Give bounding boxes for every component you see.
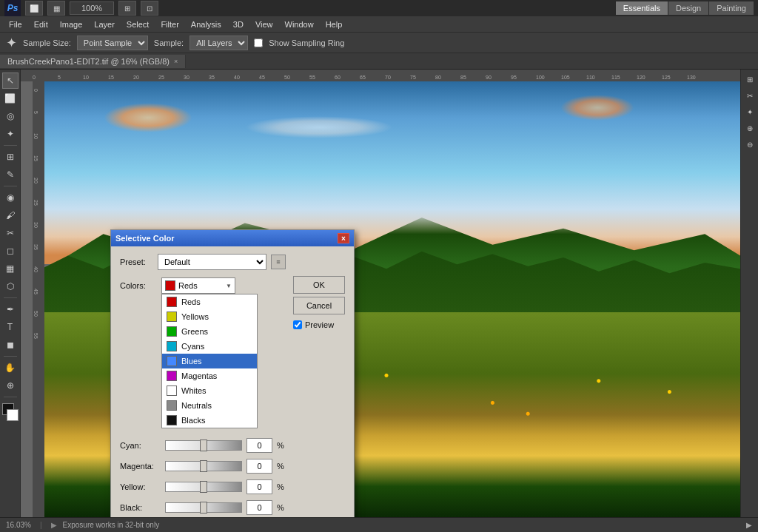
dropdown-item-cyans[interactable]: Cyans	[162, 339, 257, 354]
dialog-title-bar[interactable]: Selective Color ×	[111, 230, 354, 246]
menu-file[interactable]: File	[3, 18, 28, 30]
tool-magic-wand[interactable]: ✦	[2, 126, 19, 142]
colors-select-wrapper: Reds ▼ Reds	[161, 277, 235, 294]
tool-icon-1[interactable]: ⬜	[25, 1, 43, 16]
show-sampling-label: Show Sampling Ring	[269, 38, 344, 47]
cyan-slider-track[interactable]	[165, 440, 242, 451]
menu-layer[interactable]: Layer	[88, 18, 121, 30]
tool-icon-2[interactable]: ▦	[47, 1, 65, 16]
mode-essentials[interactable]: Essentials	[616, 1, 668, 15]
panel-btn-2[interactable]: ✂	[743, 89, 757, 102]
yellow-slider-thumb[interactable]	[200, 481, 207, 493]
dialog-close-btn[interactable]: ×	[338, 233, 349, 243]
tool-eyedropper[interactable]: ✎	[2, 166, 19, 183]
zoom-display: 100%	[70, 1, 114, 15]
black-value[interactable]: 0	[246, 500, 272, 515]
tool-text[interactable]: T	[2, 319, 19, 335]
ok-button[interactable]: OK	[293, 276, 345, 294]
sample-size-select[interactable]: Point Sample	[77, 36, 148, 50]
tool-hand[interactable]: ✋	[2, 360, 19, 376]
cyans-swatch	[167, 341, 177, 351]
tool-separator-4	[4, 356, 17, 357]
yellow-slider-track[interactable]	[165, 482, 242, 492]
dropdown-item-neutrals[interactable]: Neutrals	[162, 398, 257, 413]
right-panel: ⊞ ✂ ✦ ⊕ ⊖	[740, 70, 758, 517]
magenta-value[interactable]: 0	[246, 459, 272, 474]
menu-select[interactable]: Select	[121, 18, 155, 30]
menu-analysis[interactable]: Analysis	[185, 18, 227, 30]
colors-current-swatch	[165, 280, 175, 291]
dialog-content: Preset: Default ≡ Colors:	[120, 254, 345, 517]
dropdown-item-blacks[interactable]: Blacks	[162, 413, 257, 428]
magenta-slider-track[interactable]	[165, 461, 242, 471]
dropdown-item-blues[interactable]: Blues	[162, 354, 257, 368]
tool-healing[interactable]: ◉	[2, 189, 19, 206]
preview-checkbox[interactable]	[293, 320, 302, 329]
tool-separator-1	[4, 145, 17, 146]
panel-btn-5[interactable]: ⊖	[743, 138, 757, 151]
sample-select[interactable]: All Layers	[190, 36, 248, 50]
menu-image[interactable]: Image	[54, 18, 89, 30]
tab-bar: BrushCreekPano1-EDIT2.tif @ 16% (RGB/8) …	[0, 53, 758, 70]
cyan-slider-thumb[interactable]	[200, 440, 207, 451]
menu-help[interactable]: Help	[320, 18, 349, 30]
panel-btn-4[interactable]: ⊕	[743, 121, 757, 135]
tool-icon-4[interactable]: ⊡	[141, 1, 158, 16]
background-color[interactable]	[7, 409, 19, 421]
magenta-pct: %	[277, 462, 286, 471]
dropdown-item-reds[interactable]: Reds	[162, 294, 257, 309]
tool-crop[interactable]: ⊞	[2, 149, 19, 165]
menu-window[interactable]: Window	[279, 18, 320, 30]
tool-clone[interactable]: ✂	[2, 225, 19, 241]
magenta-slider-thumb[interactable]	[200, 460, 207, 472]
black-label: Black:	[120, 503, 161, 512]
menu-filter[interactable]: Filter	[155, 18, 184, 30]
scroll-right-btn[interactable]: ▶	[746, 521, 752, 529]
canvas-inner: 0 5 10 15 20 25 30 35 40 45 50 55	[33, 81, 740, 517]
panel-btn-1[interactable]: ⊞	[743, 73, 757, 86]
tool-gradient[interactable]: ▦	[2, 260, 19, 277]
color-swatches	[2, 403, 19, 421]
black-row: Black: 0 %	[120, 500, 286, 515]
tool-shape[interactable]: ◼	[2, 337, 19, 353]
black-slider-thumb[interactable]	[200, 502, 207, 514]
menu-edit[interactable]: Edit	[28, 18, 54, 30]
tool-zoom[interactable]: ⊕	[2, 377, 19, 394]
tool-separator-2	[4, 186, 17, 186]
document-tab[interactable]: BrushCreekPano1-EDIT2.tif @ 16% (RGB/8) …	[0, 55, 186, 68]
cancel-button[interactable]: Cancel	[293, 297, 345, 314]
show-sampling-checkbox[interactable]	[254, 38, 263, 47]
cyan-value[interactable]: 0	[246, 438, 272, 453]
mode-painting[interactable]: Painting	[709, 1, 754, 15]
panel-btn-3[interactable]: ✦	[743, 105, 757, 118]
tool-pen[interactable]: ✒	[2, 301, 19, 317]
triangle-icon[interactable]: ▶	[51, 521, 57, 529]
yellow-value[interactable]: 0	[246, 479, 272, 494]
menu-3d[interactable]: 3D	[227, 18, 249, 30]
colors-dropdown-btn[interactable]: Reds ▼	[161, 277, 235, 294]
tool-dodge[interactable]: ⬡	[2, 278, 19, 294]
dropdown-item-yellows[interactable]: Yellows	[162, 309, 257, 324]
eyedropper-tool-icon[interactable]: ✦	[6, 35, 17, 51]
dropdown-item-magentas[interactable]: Magentas	[162, 368, 257, 383]
magentas-swatch	[167, 371, 177, 381]
tool-marquee[interactable]: ⬜	[2, 90, 19, 107]
neutrals-label: Neutrals	[181, 401, 212, 410]
tool-eraser[interactable]: ◻	[2, 243, 19, 259]
black-slider-track[interactable]	[165, 502, 242, 513]
preset-select[interactable]: Default	[158, 254, 266, 270]
tool-move[interactable]: ↖	[2, 73, 19, 89]
dropdown-item-whites[interactable]: Whites	[162, 383, 257, 398]
blues-swatch	[167, 356, 177, 366]
dropdown-item-greens[interactable]: Greens	[162, 324, 257, 339]
menu-view[interactable]: View	[249, 18, 279, 30]
tab-close-btn[interactable]: ×	[174, 58, 178, 65]
tool-brush[interactable]: 🖌	[2, 207, 19, 223]
colors-current-text: Reds	[178, 281, 223, 290]
dialog-body: Preset: Default ≡ Colors:	[111, 246, 354, 517]
tool-lasso[interactable]: ◎	[2, 108, 19, 124]
preset-menu-icon[interactable]: ≡	[271, 255, 286, 269]
yellows-label: Yellows	[181, 312, 209, 321]
mode-design[interactable]: Design	[668, 1, 708, 15]
tool-icon-3[interactable]: ⊞	[118, 1, 136, 16]
